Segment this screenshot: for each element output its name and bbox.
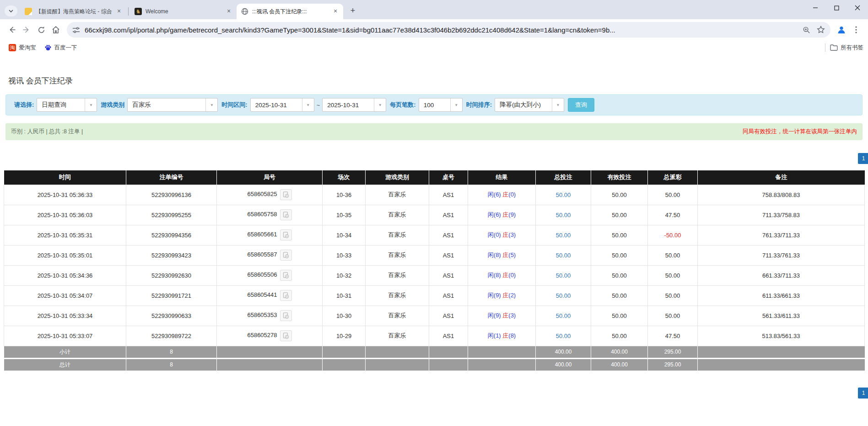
maximize-button[interactable] <box>826 0 847 16</box>
tab-close-icon[interactable]: × <box>225 7 233 16</box>
bet-id-cell: 522930996136 <box>126 185 217 205</box>
time-cell: 2025-10-31 05:35:31 <box>4 225 126 245</box>
banker-result: 庄 <box>502 312 508 319</box>
video-replay-button[interactable] <box>280 270 292 281</box>
game-type-value: 百家乐 <box>128 101 205 109</box>
bookmark-label: 爱淘宝 <box>19 44 36 52</box>
total-bet-cell: 50.00 <box>536 185 591 205</box>
table-row: 2025-10-31 05:35:01522930993423658605587… <box>4 245 865 265</box>
result-cell: 闲(9) 庄(2) <box>468 285 536 306</box>
tab-welcome[interactable]: ♞ Welcome × <box>130 4 237 19</box>
time-cell: 2025-10-31 05:34:36 <box>4 265 126 285</box>
page-title: 视讯 会员下注纪录 <box>8 76 868 86</box>
reload-button[interactable] <box>34 22 49 37</box>
tab-strip: 【新提醒】海燕策略论坛 - 综合 × ♞ Welcome × :::视讯 会员下… <box>0 0 868 19</box>
result-cell: 闲(6) 庄(0) <box>468 185 536 205</box>
globe-icon <box>241 8 248 15</box>
all-bookmarks[interactable]: 所有书签 <box>825 44 863 52</box>
minimize-button[interactable] <box>805 0 826 16</box>
video-replay-icon <box>283 232 289 238</box>
date-from-select[interactable]: 2025-10-31 ▼ <box>250 98 314 112</box>
page-number-bottom[interactable]: 1 <box>858 388 868 399</box>
sort-value: 降幂(由大到小) <box>495 101 552 109</box>
video-replay-button[interactable] <box>280 250 292 261</box>
bookmark-baidu[interactable]: 百度一下 <box>40 42 81 53</box>
close-button[interactable] <box>847 0 868 16</box>
chevron-down-icon: ▼ <box>552 98 564 111</box>
address-bar[interactable]: 66cxkj98.com/ipl/portal.php/game/betreco… <box>67 22 830 38</box>
home-button[interactable] <box>49 22 63 37</box>
zoom-icon[interactable] <box>803 26 810 34</box>
new-tab-button[interactable]: + <box>347 5 359 17</box>
date-to-select[interactable]: 2025-10-31 ▼ <box>322 98 386 112</box>
video-replay-button[interactable] <box>280 310 292 321</box>
table-row: 2025-10-31 05:36:33522930996136658605825… <box>4 185 865 205</box>
per-page-select[interactable]: 100 ▼ <box>419 98 463 112</box>
valid-bet-cell: 50.00 <box>591 306 648 326</box>
profile-avatar[interactable] <box>834 22 849 37</box>
forward-button[interactable] <box>19 22 34 37</box>
tab-title: Welcome <box>146 8 225 15</box>
url-text[interactable]: 66cxkj98.com/ipl/portal.php/game/betreco… <box>85 26 798 34</box>
game-type-select[interactable]: 百家乐 ▼ <box>127 98 218 112</box>
summary-empty <box>217 358 323 371</box>
video-replay-button[interactable] <box>280 330 292 341</box>
bookmark-taobao[interactable]: 淘 爱淘宝 <box>5 42 40 53</box>
bet-id-cell: 522930994356 <box>126 225 217 245</box>
sort-select[interactable]: 降幂(由大到小) ▼ <box>495 98 564 112</box>
date-from-value: 2025-10-31 <box>251 102 302 109</box>
tab-close-icon[interactable]: × <box>331 7 340 16</box>
query-button[interactable]: 查询 <box>568 98 594 112</box>
tab-bet-record[interactable]: :::视讯 会员下注纪录::: × <box>237 4 343 19</box>
page-number-top[interactable]: 1 <box>858 153 868 164</box>
total-bet-link[interactable]: 50.00 <box>556 191 571 198</box>
banker-result: 庄 <box>502 292 508 299</box>
query-mode-select[interactable]: 日期查询 ▼ <box>37 98 97 112</box>
person-icon <box>836 25 846 35</box>
note-cell: 758.83/808.83 <box>698 185 865 205</box>
table-number-cell: AS1 <box>429 265 468 285</box>
back-button[interactable] <box>5 22 19 37</box>
valid-bet-cell: 50.00 <box>591 326 648 346</box>
chevron-down-icon: ▼ <box>374 98 386 111</box>
column-header-9: 有效投注 <box>591 170 648 185</box>
time-cell: 2025-10-31 05:33:07 <box>4 326 126 346</box>
round-number: 658605278 <box>247 332 277 339</box>
total-bet-link[interactable]: 50.00 <box>556 212 571 218</box>
total-row: 总计8400.00400.00295.00 <box>4 358 865 371</box>
tab-forum[interactable]: 【新提醒】海燕策略论坛 - 综合 × <box>20 4 127 19</box>
minimize-icon <box>813 5 818 11</box>
video-replay-button[interactable] <box>280 209 292 220</box>
browser-menu-button[interactable] <box>849 22 863 37</box>
per-page-value: 100 <box>419 102 450 109</box>
result-cell: 闲(6) 庄(9) <box>468 205 536 225</box>
total-bet-link[interactable]: 50.00 <box>556 292 571 299</box>
valid-bet-cell: 50.00 <box>591 225 648 245</box>
player-result: 闲(0) <box>488 231 501 238</box>
video-replay-icon <box>283 191 289 198</box>
player-result: 闲(8) <box>488 272 501 279</box>
tab-close-icon[interactable]: × <box>115 7 123 16</box>
summary-empty <box>698 346 865 358</box>
summary-bar: 币别 : 人民币 | 总共 :8 注单 | 同局有效投注，统一计算在该局第一张注… <box>5 123 863 140</box>
total-bet-link[interactable]: 50.00 <box>556 333 571 339</box>
game-type-cell: 百家乐 <box>366 326 429 346</box>
total-bet-link[interactable]: 50.00 <box>556 312 571 319</box>
total-bet-link[interactable]: 50.00 <box>556 252 571 259</box>
video-replay-button[interactable] <box>280 189 292 200</box>
video-replay-button[interactable] <box>280 229 292 240</box>
total-bet-link[interactable]: 50.00 <box>556 232 571 239</box>
table-row: 2025-10-31 05:33:07522930989722658605278… <box>4 326 865 346</box>
time-cell: 2025-10-31 05:35:01 <box>4 245 126 265</box>
result-cell: 闲(0) 庄(3) <box>468 225 536 245</box>
note-cell: 611.33/661.33 <box>698 285 865 306</box>
tab-search-button[interactable] <box>5 5 17 16</box>
banker-result: 庄 <box>502 332 508 339</box>
banker-result: 庄 <box>502 191 508 198</box>
bookmark-star-icon[interactable] <box>817 26 825 34</box>
total-bet-cell: 50.00 <box>536 225 591 245</box>
summary-summary-count: 8 <box>126 346 217 358</box>
total-bet-link[interactable]: 50.00 <box>556 272 571 279</box>
site-settings-icon[interactable] <box>72 26 80 34</box>
video-replay-button[interactable] <box>280 290 292 301</box>
